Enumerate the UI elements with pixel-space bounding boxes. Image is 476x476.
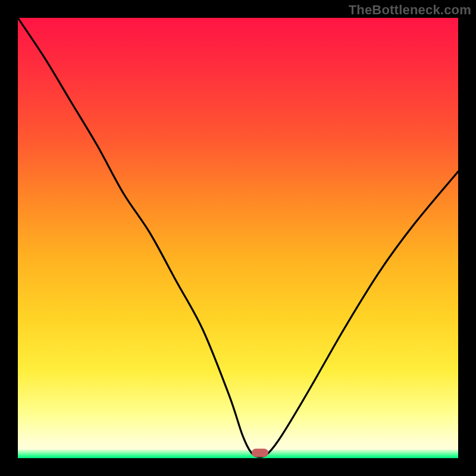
watermark-text: TheBottleneck.com — [349, 2, 471, 18]
plot-area — [18, 18, 458, 458]
chart-frame: TheBottleneck.com — [0, 0, 476, 476]
bottleneck-curve — [18, 18, 458, 458]
minimum-marker — [252, 449, 268, 457]
